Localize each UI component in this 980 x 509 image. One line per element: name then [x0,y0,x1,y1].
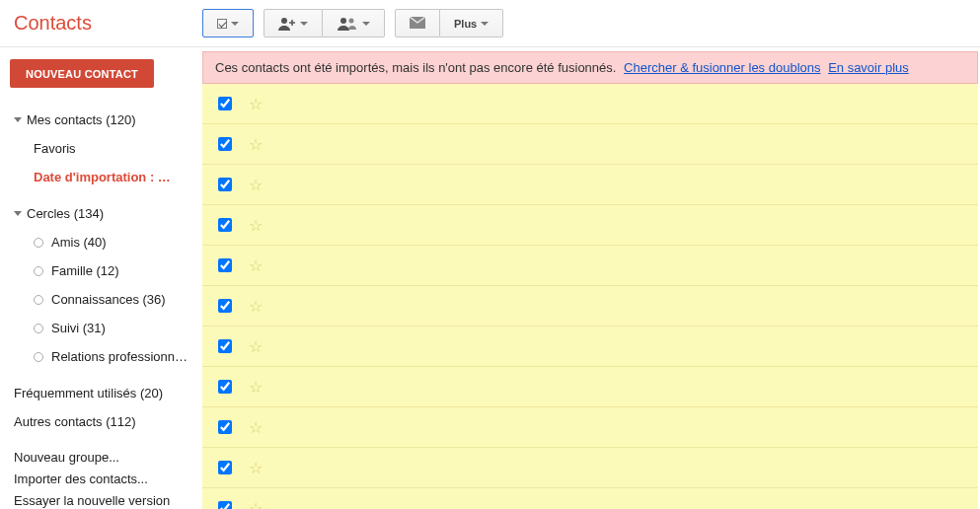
main: Ces contacts ont été importés, mais ils … [202,47,980,509]
circle-icon [34,238,43,248]
contact-row[interactable]: ☆ [202,367,978,407]
sidebar-action-import[interactable]: Importer des contacts... [10,468,202,489]
star-icon[interactable]: ☆ [249,216,263,235]
nav-my-contacts-block: Mes contacts (120) Favoris Date d'import… [10,106,202,191]
app-title: Contacts [10,12,202,35]
row-checkbox[interactable] [218,380,232,394]
email-button[interactable] [395,9,440,37]
contact-rows: ☆☆☆☆☆☆☆☆☆☆☆ [202,84,978,509]
sidebar-item-label: Favoris [34,141,76,156]
row-checkbox[interactable] [218,461,232,474]
sidebar: NOUVEAU CONTACT Mes contacts (120) Favor… [0,47,202,509]
banner-link-learn[interactable]: En savoir plus [828,60,909,75]
banner-text: Ces contacts ont été importés, mais ils … [215,60,616,75]
contact-row[interactable]: ☆ [202,165,978,205]
star-icon[interactable]: ☆ [249,499,263,510]
contact-row[interactable]: ☆ [202,205,978,246]
star-icon[interactable]: ☆ [249,256,263,275]
star-icon[interactable]: ☆ [249,297,263,316]
star-icon[interactable]: ☆ [249,176,263,194]
sidebar-item-import-date[interactable]: Date d'importation : … [10,163,202,191]
sidebar-item-label: Essayer la nouvelle version [14,493,170,508]
new-contact-button[interactable]: NOUVEAU CONTACT [10,59,154,88]
sidebar-item-circle[interactable]: Suivi (31) [10,314,202,342]
contact-row[interactable]: ☆ [202,124,978,165]
sidebar-item-circle[interactable]: Connaissances (36) [10,285,202,314]
contact-row[interactable]: ☆ [202,407,978,448]
sidebar-item-label: Relations professionn… [51,349,188,364]
sidebar-actions: Nouveau groupe... Importer des contacts.… [10,446,202,509]
row-checkbox[interactable] [218,178,232,191]
row-checkbox[interactable] [218,501,232,509]
contact-row[interactable]: ☆ [202,327,978,367]
more-label: Plus [454,18,477,30]
sidebar-item-circle[interactable]: Relations professionn… [10,342,202,371]
envelope-icon [410,17,425,31]
star-icon[interactable]: ☆ [249,135,263,154]
chevron-down-icon [362,22,370,26]
sidebar-item-label: Date d'importation : … [34,170,171,184]
sidebar-item-circles[interactable]: Cercles (134) [10,199,202,228]
sidebar-item-frequent[interactable]: Fréquemment utilisés (20) [10,379,202,407]
merge-banner: Ces contacts ont été importés, mais ils … [202,51,978,84]
sidebar-item-label: Importer des contacts... [14,472,148,486]
checkbox-icon [217,19,227,29]
chevron-down-icon [14,211,22,216]
row-checkbox[interactable] [218,420,232,434]
sidebar-item-my-contacts[interactable]: Mes contacts (120) [10,106,202,134]
contact-row[interactable]: ☆ [202,286,978,327]
sidebar-item-label: Fréquemment utilisés (20) [14,386,163,400]
row-checkbox[interactable] [218,218,232,232]
sidebar-item-label: Suivi (31) [51,321,106,335]
select-all-dropdown[interactable] [202,9,254,37]
add-to-contacts-button[interactable] [264,9,323,37]
row-checkbox[interactable] [218,97,232,110]
row-checkbox[interactable] [218,299,232,313]
contact-row[interactable]: ☆ [202,246,978,286]
star-icon[interactable]: ☆ [249,418,263,437]
sidebar-item-label: Connaissances (36) [51,292,166,307]
circle-icon [34,352,43,362]
row-checkbox[interactable] [218,258,232,272]
sidebar-item-favorites[interactable]: Favoris [10,134,202,163]
toolbar: Plus [202,9,503,37]
people-actions-group [264,9,385,37]
group-icon [337,17,358,31]
sidebar-item-circle[interactable]: Famille (12) [10,256,202,285]
star-icon[interactable]: ☆ [249,337,263,356]
header: Contacts [0,0,980,47]
star-icon[interactable]: ☆ [249,378,263,397]
svg-point-1 [340,18,346,24]
groups-button[interactable] [323,9,385,37]
contact-row[interactable]: ☆ [202,488,978,509]
contact-row[interactable]: ☆ [202,448,978,488]
sidebar-item-label: Nouveau groupe... [14,450,119,465]
contact-row[interactable]: ☆ [202,84,978,124]
star-icon[interactable]: ☆ [249,459,263,477]
row-checkbox[interactable] [218,137,232,151]
sidebar-item-label: Cercles (134) [27,206,104,221]
sidebar-item-label: Amis (40) [51,235,107,250]
row-checkbox[interactable] [218,339,232,353]
more-actions-group: Plus [395,9,503,37]
svg-point-0 [281,18,287,24]
chevron-down-icon [481,22,489,26]
svg-point-2 [349,18,354,23]
banner-link-merge[interactable]: Chercher & fusionner les doublons [624,60,820,75]
sidebar-action-try-new[interactable]: Essayer la nouvelle version [10,489,202,509]
sidebar-item-label: Mes contacts (120) [27,112,136,127]
layout: NOUVEAU CONTACT Mes contacts (120) Favor… [0,47,980,509]
sidebar-item-label: Famille (12) [51,263,119,278]
sidebar-item-other-contacts[interactable]: Autres contacts (112) [10,407,202,436]
sidebar-item-label: Autres contacts (112) [14,414,136,429]
circle-icon [34,295,43,305]
star-icon[interactable]: ☆ [249,95,263,113]
chevron-down-icon [14,117,22,122]
circle-icon [34,324,43,333]
more-button[interactable]: Plus [440,9,503,37]
circle-icon [34,266,43,276]
sidebar-item-circle[interactable]: Amis (40) [10,228,202,256]
sidebar-action-new-group[interactable]: Nouveau groupe... [10,446,202,468]
circles-children: Amis (40)Famille (12)Connaissances (36)S… [10,228,202,371]
chevron-down-icon [300,22,308,26]
